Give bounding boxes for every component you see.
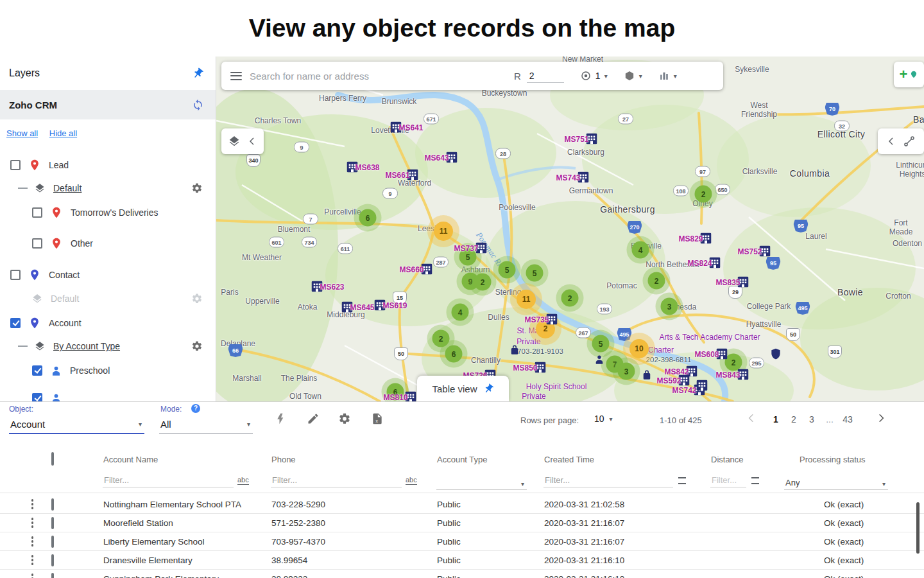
- row-checkbox[interactable]: [51, 498, 54, 511]
- object-select[interactable]: Account▾: [9, 415, 144, 434]
- cluster-marker[interactable]: 2: [695, 186, 712, 203]
- building-marker[interactable]: MS660: [422, 264, 432, 275]
- kebab-icon[interactable]: [31, 574, 34, 578]
- pin-panel-icon[interactable]: [189, 65, 207, 82]
- clipped-row-checkbox[interactable]: [32, 393, 42, 401]
- columns-icon[interactable]: [658, 70, 670, 82]
- chevron-down-icon[interactable]: ▾: [639, 73, 642, 80]
- building-marker[interactable]: MS752: [760, 246, 771, 257]
- layer-row-tomorrows-deliveries[interactable]: Tomorrow's Deliveries: [0, 203, 216, 222]
- route-panel-control[interactable]: [878, 128, 924, 154]
- building-marker[interactable]: MS592: [679, 375, 690, 386]
- cluster-marker[interactable]: 3: [661, 298, 678, 315]
- map-person-icon[interactable]: [594, 354, 605, 365]
- building-marker[interactable]: MS751: [586, 134, 597, 144]
- building-marker[interactable]: [697, 380, 708, 391]
- cluster-marker[interactable]: 11: [434, 222, 453, 241]
- cluster-marker[interactable]: 5: [499, 261, 516, 279]
- header-created-time[interactable]: Created Time: [543, 455, 710, 464]
- filter-distance-input[interactable]: [710, 473, 746, 487]
- row-menu[interactable]: [0, 536, 45, 547]
- radius-input[interactable]: [527, 69, 564, 83]
- pin-table-icon[interactable]: [481, 381, 496, 396]
- filter-phone-input[interactable]: [271, 473, 402, 487]
- building-marker[interactable]: MS608: [717, 349, 728, 360]
- table-scrollbar[interactable]: [916, 502, 920, 554]
- chevron-down-icon[interactable]: ▾: [604, 73, 608, 80]
- bulk-action-icon[interactable]: [275, 412, 287, 425]
- building-marker[interactable]: MS643: [447, 152, 458, 163]
- settings-icon[interactable]: [338, 412, 351, 425]
- select-all-checkbox[interactable]: [51, 452, 54, 466]
- cluster-marker[interactable]: 2: [474, 274, 492, 291]
- kebab-icon[interactable]: [31, 499, 34, 509]
- cluster-marker[interactable]: 2: [561, 290, 579, 307]
- menu-icon[interactable]: [230, 72, 242, 80]
- show-all-link[interactable]: Show all: [6, 128, 38, 138]
- edit-icon[interactable]: [307, 412, 320, 425]
- row-checkbox[interactable]: [51, 517, 54, 529]
- mode-select[interactable]: All▾: [159, 415, 253, 434]
- plus-icon[interactable]: +: [900, 67, 908, 82]
- header-phone[interactable]: Phone: [271, 455, 436, 464]
- page-button[interactable]: 1: [769, 414, 783, 425]
- abc-match-icon[interactable]: abc: [237, 476, 249, 485]
- layer-row-other[interactable]: Other: [0, 234, 216, 253]
- hexagon-icon[interactable]: [624, 70, 635, 82]
- cluster-marker[interactable]: 2: [725, 354, 742, 371]
- building-marker[interactable]: MS645: [342, 302, 353, 313]
- next-page-button[interactable]: [875, 412, 887, 424]
- filter-account-type-select[interactable]: ▾: [436, 471, 527, 490]
- cluster-marker[interactable]: 3: [618, 363, 635, 380]
- chevron-down-icon[interactable]: ▾: [674, 73, 677, 80]
- building-marker[interactable]: MS661: [407, 170, 418, 180]
- cluster-marker[interactable]: 4: [632, 241, 649, 259]
- header-processing-status[interactable]: Processing status: [784, 455, 924, 464]
- row-checkbox[interactable]: [51, 536, 54, 548]
- building-marker[interactable]: MS810: [406, 392, 416, 402]
- row-menu[interactable]: [0, 555, 45, 565]
- map-crest-icon[interactable]: [769, 347, 782, 361]
- filter-account-name-input[interactable]: [103, 473, 234, 487]
- header-account-type[interactable]: Account Type: [436, 455, 543, 464]
- route-icon[interactable]: [903, 135, 916, 148]
- building-marker[interactable]: MS623: [312, 281, 323, 292]
- map-area[interactable]: New MarketSykesvilleWest FriendshipEllic…: [216, 57, 924, 401]
- building-marker[interactable]: MS641: [391, 122, 402, 133]
- add-pin-icon[interactable]: [909, 70, 918, 79]
- kebab-icon[interactable]: [31, 555, 34, 565]
- layers-toggle-control[interactable]: [221, 128, 264, 154]
- kebab-icon[interactable]: [31, 536, 34, 547]
- default-lead-label[interactable]: Default: [53, 183, 81, 193]
- building-marker[interactable]: MS824: [710, 258, 721, 268]
- building-marker[interactable]: MS737: [476, 243, 487, 254]
- tomorrows-deliveries-checkbox[interactable]: [32, 207, 42, 218]
- export-file-icon[interactable]: x: [371, 412, 384, 425]
- building-marker[interactable]: MS735: [547, 314, 558, 325]
- building-marker[interactable]: MS829: [701, 233, 712, 244]
- row-checkbox[interactable]: [51, 554, 54, 566]
- gear-icon[interactable]: [191, 340, 203, 352]
- collapse-left-icon[interactable]: [247, 136, 257, 146]
- layer-row-lead[interactable]: Lead: [0, 155, 216, 175]
- cluster-marker[interactable]: 6: [445, 346, 463, 363]
- table-view-button[interactable]: Table view: [417, 376, 509, 401]
- by-account-type-label[interactable]: By Account Type: [53, 341, 120, 351]
- account-checkbox[interactable]: [10, 318, 21, 328]
- contact-checkbox[interactable]: [10, 270, 21, 280]
- layer-row-account[interactable]: Account: [0, 313, 216, 333]
- building-marker[interactable]: MS850: [535, 362, 546, 373]
- refresh-icon[interactable]: [192, 99, 204, 111]
- map-lock-icon[interactable]: [509, 344, 520, 356]
- page-button[interactable]: 3: [805, 414, 819, 425]
- add-record-control[interactable]: +: [894, 62, 924, 87]
- sublayer-row-default-lead[interactable]: Default: [0, 179, 216, 198]
- help-icon[interactable]: ?: [191, 404, 200, 413]
- row-checkbox[interactable]: [51, 573, 54, 578]
- prev-page-button[interactable]: [746, 412, 757, 424]
- preschool-checkbox[interactable]: [32, 365, 42, 376]
- equals-filter-icon[interactable]: [751, 477, 759, 484]
- map-layers-icon[interactable]: [228, 135, 241, 148]
- building-marker[interactable]: MS835: [738, 277, 749, 288]
- filter-processing-status-select[interactable]: Any ▾: [784, 471, 888, 490]
